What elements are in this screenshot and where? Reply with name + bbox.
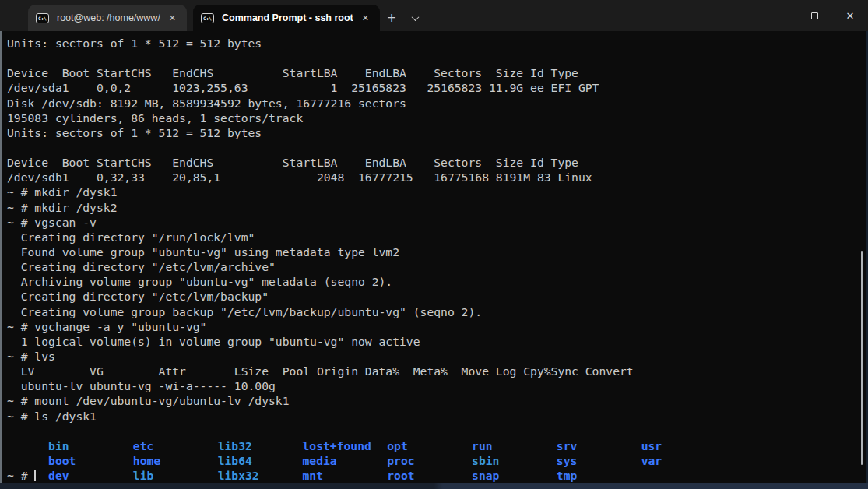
close-button[interactable]: ✕ [832,0,868,31]
terminal-line: ~ # mkdir /dysk1 [7,185,868,199]
ls-entry: tmp [557,468,641,483]
ls-output-row: binetclib32lost+foundoptrunsrvusr [7,424,868,438]
ls-entry: dev [48,468,133,483]
terminal-line: Units: sectors of 1 * 512 = 512 bytes [7,36,868,51]
command-prompt-icon: C:\ [201,13,214,23]
terminal-line: Found volume group "ubuntu-vg" using met… [7,244,868,259]
ls-entry: sys [557,453,641,468]
ls-entry: srv [557,438,641,453]
ls-entry: proc [387,453,472,468]
ls-entry: lost+found [302,438,387,453]
command-prompt-icon: C:\ [36,13,49,23]
close-tab-icon[interactable]: ✕ [166,12,179,25]
terminal-line: ~ # ls /dysk1 [7,409,868,424]
terminal-window: C:\ root@web: /home/www/imag ✕ C:\ Comma… [0,0,868,489]
ls-entry: home [133,453,218,468]
terminal-line: Creating volume group backup "/etc/lvm/b… [7,304,868,319]
terminal-line: 195083 cylinders, 86 heads, 1 sectors/tr… [7,111,868,125]
tab-title: root@web: /home/www/imag [57,12,160,23]
terminal-line: LV VG Attr LSize Pool Origin Data% Meta%… [7,364,868,378]
window-bottom-edge [0,483,868,489]
tab-command-prompt-ssh[interactable]: C:\ Command Prompt - ssh root ✕ [193,5,380,31]
tab-dropdown-button[interactable] [403,5,427,31]
terminal-line: Creating directory "/etc/lvm/backup" [7,289,868,304]
terminal-line: ~ # mount /dev/ubuntu-vg/ubuntu-lv /dysk… [7,393,868,408]
close-tab-icon[interactable]: ✕ [359,12,372,25]
ls-entry: snap [472,468,557,483]
tab-ssh-web[interactable]: C:\ root@web: /home/www/imag ✕ [28,5,187,31]
terminal-line [7,51,868,65]
terminal-line: 1 logical volume(s) in volume group "ubu… [7,334,868,349]
terminal-line: Units: sectors of 1 * 512 = 512 bytes [7,125,868,140]
terminal-line: /dev/sdb1 0,32,33 20,85,1 2048 16777215 … [7,170,868,185]
tab-title: Command Prompt - ssh root [222,12,353,23]
ls-entry: etc [133,438,218,453]
ls-entry: var [641,453,726,468]
terminal-screen[interactable]: Units: sectors of 1 * 512 = 512 bytes De… [0,31,868,483]
terminal-line: ~ # vgscan -v [7,215,868,230]
ls-entry: mnt [302,468,387,483]
terminal-line: Disk /dev/sdb: 8192 MB, 8589934592 bytes… [7,96,868,111]
minimize-button[interactable] [761,0,796,31]
terminal-line: ~ # lvs [7,349,868,364]
terminal-line: Device Boot StartCHS EndCHS StartLBA End… [7,65,868,80]
maximize-button[interactable] [796,0,832,31]
ls-entry: sbin [472,453,557,468]
ls-entry: opt [387,438,472,453]
ls-entry: media [302,453,387,468]
text-cursor [34,470,36,481]
ls-entry: lib32 [218,438,303,453]
ls-entry: libx32 [218,468,303,483]
terminal-line: /dev/sda1 0,0,2 1023,255,63 1 25165823 2… [7,80,868,95]
ls-entry: run [472,438,557,453]
new-tab-button[interactable]: + [380,5,403,31]
chevron-down-icon [411,13,419,21]
ls-entry: lib [133,468,218,483]
ls-entry: lib64 [218,453,303,468]
terminal-line: Creating directory "/etc/lvm/archive" [7,259,868,274]
terminal-line: Device Boot StartCHS EndCHS StartLBA End… [7,155,868,170]
ls-entry: boot [48,453,133,468]
maximize-icon [811,12,818,19]
scrollbar-thumb[interactable] [861,251,863,465]
ls-entry: usr [641,438,726,453]
terminal-line: Creating directory "/run/lock/lvm" [7,230,868,244]
ls-entry: bin [48,438,133,453]
window-controls: ✕ [761,0,868,31]
window-left-edge [0,31,2,483]
terminal-line [7,140,868,155]
ls-entry: root [387,468,472,483]
terminal-line: Archiving volume group "ubuntu-vg" metad… [7,274,868,289]
terminal-line: ~ # mkdir /dysk2 [7,200,868,215]
minimize-icon [775,16,783,16]
tab-strip: C:\ root@web: /home/www/imag ✕ C:\ Comma… [0,0,427,31]
terminal-line: ~ # vgchange -a y "ubuntu-vg" [7,319,868,334]
shell-prompt: ~ # [7,469,34,482]
titlebar: C:\ root@web: /home/www/imag ✕ C:\ Comma… [0,0,868,31]
terminal-line: ubuntu-lv ubuntu-vg -wi-a----- 10.00g [7,378,868,393]
